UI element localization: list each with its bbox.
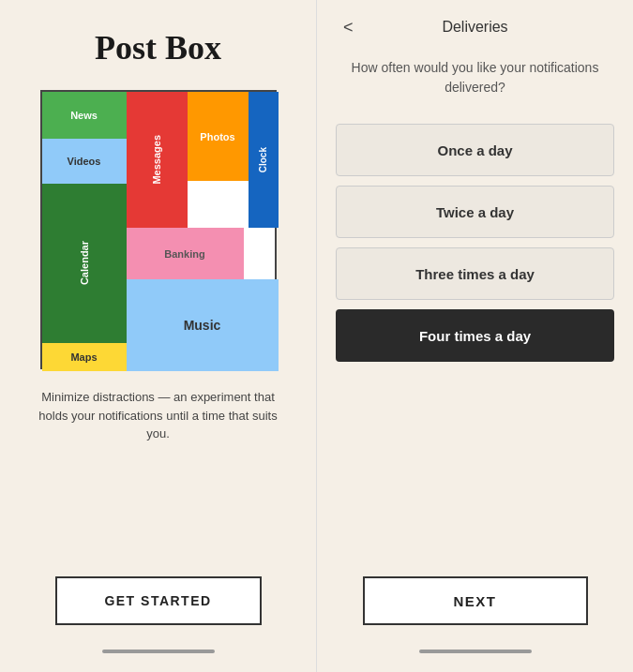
tile-music: Music: [127, 279, 279, 371]
get-started-button[interactable]: GET STARTED: [55, 576, 262, 625]
tile-photos: Photos: [188, 92, 249, 181]
options-list: Once a day Twice a day Three times a day…: [336, 124, 614, 362]
treemap: News Videos Calendar Maps Messages Banki…: [40, 90, 277, 369]
option-three-times-a-day[interactable]: Three times a day: [336, 247, 614, 300]
right-header: < Deliveries: [336, 19, 614, 36]
question-text: How often would you like your notificati…: [336, 58, 614, 97]
tile-messages: Messages: [127, 92, 188, 228]
back-button[interactable]: <: [336, 14, 361, 41]
home-indicator: [102, 650, 215, 653]
option-once-a-day[interactable]: Once a day: [336, 124, 614, 176]
tile-news: News: [42, 92, 127, 139]
tile-videos: Videos: [42, 139, 127, 184]
app-title: Post Box: [95, 28, 221, 67]
home-indicator-right: [419, 650, 532, 653]
next-button[interactable]: NEXT: [363, 576, 588, 625]
left-panel: Post Box News Videos Calendar Maps Messa…: [0, 0, 316, 672]
tile-calendar: Calendar: [42, 184, 127, 343]
tile-banking: Banking: [127, 228, 244, 279]
tile-clock: Clock: [249, 92, 279, 228]
header-title: Deliveries: [442, 19, 507, 36]
option-four-times-a-day[interactable]: Four times a day: [336, 309, 614, 362]
right-panel: < Deliveries How often would you like yo…: [316, 0, 633, 672]
app-description: Minimize distractions — an experiment th…: [19, 388, 297, 443]
option-twice-a-day[interactable]: Twice a day: [336, 186, 614, 238]
tile-maps: Maps: [42, 343, 127, 371]
